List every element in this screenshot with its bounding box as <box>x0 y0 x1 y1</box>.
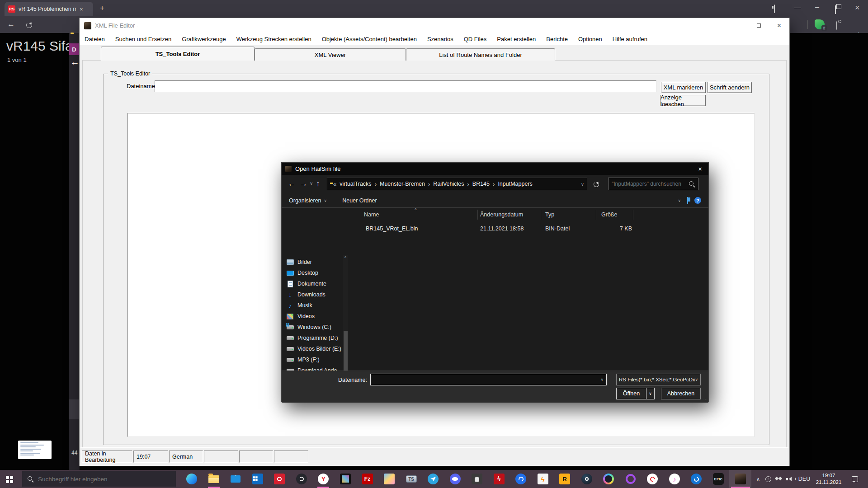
file-row[interactable]: BR145_VRot_EL.bin 21.11.2021 18:58 BIN-D… <box>354 223 707 234</box>
refresh-icon[interactable] <box>594 181 599 188</box>
taskbar-search-input[interactable] <box>38 476 170 483</box>
taskbar-icon-edge[interactable] <box>181 470 203 488</box>
menu-szenarios[interactable]: Szenarios <box>427 36 453 42</box>
adblock-extension-icon[interactable]: 2 <box>815 19 825 29</box>
taskbar-icon-steam[interactable] <box>576 470 598 488</box>
new-tab-button[interactable]: + <box>98 4 107 13</box>
taskbar-icon-train-simulator-classic[interactable]: TS <box>400 470 422 488</box>
cancel-button[interactable]: Abbrechen <box>661 388 701 399</box>
nav-back-icon[interactable]: ← <box>288 180 296 188</box>
taskbar-icon-mail[interactable] <box>225 470 247 488</box>
taskbar-icon-media-lightning[interactable]: ϟ <box>488 470 510 488</box>
sidebar-item-download-ande[interactable]: Download Ande <box>286 365 343 371</box>
menu-qd-files[interactable]: QD Files <box>464 36 487 42</box>
view-chevron-icon[interactable]: ∨ <box>678 198 681 203</box>
menu-objekte-bearbeiten[interactable]: Objekte (Assets/Content) bearbeiten <box>322 36 417 42</box>
breadcrumb-item[interactable]: InputMappers <box>498 181 532 187</box>
tab-panels-icon[interactable] <box>774 5 775 13</box>
sidebar-item-bilder[interactable]: Bilder <box>286 257 343 267</box>
tray-language[interactable]: DEU <box>797 470 812 488</box>
organize-button[interactable]: Organisieren <box>289 197 321 204</box>
dialog-search-box[interactable] <box>608 178 698 190</box>
nav-forward-icon[interactable]: → <box>300 180 307 188</box>
help-icon[interactable]: ? <box>694 197 701 204</box>
breadcrumb-dropdown-icon[interactable]: ∨ <box>581 182 584 187</box>
scroll-up-icon[interactable]: ∧ <box>344 255 347 259</box>
taskbar-icon-opera[interactable] <box>620 470 642 488</box>
tab-ts-tools-editor[interactable]: TS_Tools Editor <box>101 47 255 61</box>
taskbar-icon-filezilla[interactable]: Fz <box>356 470 378 488</box>
action-center-icon[interactable] <box>848 470 862 488</box>
taskbar-icon-ubisoft[interactable] <box>598 470 620 488</box>
filetype-dropdown[interactable]: RS Files(*.bin;*.XSec;*.GeoPcDx; ∨ <box>616 374 701 385</box>
menu-optionen[interactable]: Optionen <box>578 36 602 42</box>
menu-hilfe-aufrufen[interactable]: Hilfe aufrufen <box>613 36 647 42</box>
editor-maximize-icon[interactable] <box>749 18 769 33</box>
dialog-filename-input[interactable] <box>373 376 600 383</box>
sidebar-item-windows-c[interactable]: Windows (C:) <box>286 322 343 333</box>
taskbar-icon-epic-games[interactable]: EPIC <box>708 470 730 488</box>
extensions-puzzle-icon[interactable] <box>836 22 837 30</box>
menu-grafikwerkzeuge[interactable]: Grafikwerkzeuge <box>182 36 226 42</box>
taskbar-icon-obs[interactable] <box>291 470 313 488</box>
column-header-type[interactable]: Typ <box>545 209 554 221</box>
nav-recent-chevron-icon[interactable]: ∨ <box>310 181 313 186</box>
taskbar-icon-explorer[interactable] <box>203 470 225 488</box>
taskbar-icon-blue-ring-app[interactable] <box>510 470 532 488</box>
column-header-date[interactable]: Änderungsdatum <box>480 209 523 221</box>
page-scrollbar-thumb[interactable] <box>69 399 80 419</box>
column-header-size[interactable]: Größe <box>601 209 617 221</box>
menu-werkzeug-strecken[interactable]: Werkzeug Strecken erstellen <box>236 36 311 42</box>
taskbar-icon-game-sim[interactable] <box>378 470 401 488</box>
sidebar-item-desktop[interactable]: Desktop <box>286 267 343 278</box>
breadcrumb-item[interactable]: BR145 <box>472 181 490 187</box>
taskbar-icon-media-red-swirl[interactable] <box>642 470 664 488</box>
taskbar-icon-telegram[interactable] <box>422 470 444 488</box>
breadcrumb[interactable]: « virtualTracks › Muenster-Bremen › Rail… <box>327 178 587 190</box>
anzeige-loeschen-button[interactable]: Anzeige loeschen <box>660 95 706 106</box>
browser-tab[interactable]: RS vR 145 Problemchen mit × <box>5 2 93 16</box>
lightbox-prev-icon[interactable]: ← <box>70 56 80 67</box>
taskbar-icon-store[interactable] <box>247 470 269 488</box>
taskbar-icon-yandex[interactable]: Y <box>312 470 335 488</box>
nav-up-icon[interactable]: ↑ <box>316 180 320 188</box>
xml-markieren-button[interactable]: XML markieren <box>661 82 706 93</box>
tray-app-icon[interactable] <box>763 470 773 488</box>
dialog-filename-combobox[interactable]: ∨ <box>370 374 607 385</box>
taskbar-icon-discord[interactable] <box>444 470 466 488</box>
window-minimize-icon[interactable]: – <box>815 4 819 11</box>
attachment-thumbnail[interactable] <box>18 441 52 459</box>
editor-filename-input[interactable] <box>155 80 656 92</box>
tab-route-names[interactable]: List of Route Names and Folder <box>406 48 555 61</box>
breadcrumb-item[interactable]: Muenster-Bremen <box>380 181 425 187</box>
taskbar-icon-winamp[interactable]: ϟ <box>532 470 554 488</box>
start-button[interactable] <box>0 470 22 488</box>
tray-volume-icon[interactable] <box>784 470 796 488</box>
taskbar-icon-game-dark[interactable] <box>466 470 488 488</box>
sidebar-item-videos[interactable]: Videos <box>286 311 343 322</box>
sidebar-item-mp3-f[interactable]: MP3 (F:) <box>286 354 343 365</box>
sidebar-item-dokumente[interactable]: Dokumente <box>286 278 343 289</box>
dialog-search-input[interactable] <box>612 181 686 187</box>
tab-xml-viewer[interactable]: XML Viewer <box>255 48 406 61</box>
sidebar-item-videos-bilder-e[interactable]: Videos Bilder (E:) <box>286 343 343 354</box>
filename-chevron-icon[interactable]: ∨ <box>600 377 604 382</box>
scrollbar-thumb[interactable] <box>344 331 348 371</box>
window-close-icon[interactable]: × <box>855 4 860 12</box>
resize-grip[interactable]: ... .. <box>703 398 707 401</box>
window-restore-icon[interactable] <box>835 6 836 14</box>
taskbar-icon-acrobat[interactable] <box>269 470 291 488</box>
taskbar-search[interactable] <box>22 471 176 487</box>
column-header-name[interactable]: Name <box>364 209 379 221</box>
menu-dateien[interactable]: Dateien <box>85 36 105 42</box>
schrift-aendern-button[interactable]: Schrift aendern <box>708 82 752 93</box>
sidebar-scrollbar[interactable]: ∧ ∨ <box>343 255 348 371</box>
menu-berichte[interactable]: Berichte <box>546 36 568 42</box>
editor-close-icon[interactable]: × <box>769 18 789 33</box>
back-icon[interactable]: ← <box>7 20 15 28</box>
tray-clock[interactable]: 19:07 21.11.2021 <box>813 470 844 488</box>
open-split-chevron-icon[interactable]: ∨ <box>646 388 654 399</box>
taskbar-icon-game-art[interactable] <box>335 470 357 488</box>
menu-paket-erstellen[interactable]: Paket erstellen <box>497 36 536 42</box>
new-folder-button[interactable]: Neuer Ordner <box>342 197 377 204</box>
